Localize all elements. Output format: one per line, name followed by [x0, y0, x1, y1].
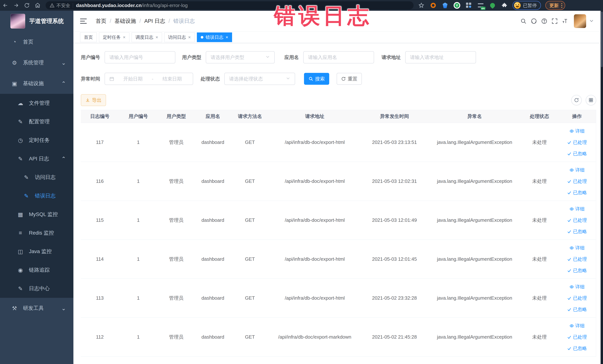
- tab-错误日志[interactable]: 错误日志×: [197, 33, 232, 42]
- app-logo-row[interactable]: 芋道管理系统: [0, 11, 73, 32]
- tab-首页[interactable]: 首页: [80, 33, 97, 42]
- user-type-select[interactable]: 请选择用户类型: [206, 51, 275, 63]
- browser-profile-chip[interactable]: 已暂停: [512, 1, 541, 10]
- sidebar-item[interactable]: ≡Redis 监控: [0, 224, 73, 242]
- browser-actions: V on 已暂停 更新: [418, 1, 565, 10]
- fullscreen-icon[interactable]: [549, 16, 560, 26]
- column-settings-button[interactable]: [586, 95, 596, 105]
- close-icon[interactable]: ×: [226, 35, 228, 39]
- scrollbar-thumb[interactable]: [601, 12, 603, 67]
- sidebar-item[interactable]: ⚙系统管理⌄: [0, 52, 73, 73]
- action-已忽略[interactable]: 已忽略: [567, 189, 587, 196]
- action-已处理[interactable]: 已处理: [567, 139, 587, 145]
- home-icon[interactable]: [32, 0, 43, 11]
- cell-url: /api/infra/db-doc/export-html: [269, 256, 361, 262]
- action-已处理[interactable]: 已处理: [567, 178, 587, 184]
- browser-update-button[interactable]: 更新: [545, 1, 565, 10]
- reload-icon[interactable]: [22, 0, 32, 11]
- sidebar-item[interactable]: ✎访问日志: [0, 168, 73, 187]
- kebab-menu-icon[interactable]: [561, 3, 562, 8]
- search-button-label: 搜索: [315, 76, 325, 82]
- action-已处理[interactable]: 已处理: [567, 256, 587, 262]
- action-已忽略[interactable]: 已忽略: [567, 228, 587, 235]
- eye-icon: [569, 246, 574, 250]
- extension-icon-sprout[interactable]: [489, 2, 496, 9]
- action-label: 详细: [575, 206, 585, 212]
- cell-id: 112: [81, 334, 119, 340]
- exception-time-range-picker[interactable]: 开始日期 - 结束日期: [104, 73, 193, 85]
- breadcrumb-item[interactable]: 基础设施: [115, 17, 136, 25]
- sidebar-item[interactable]: ▦MySQL 监控: [0, 205, 73, 224]
- reset-button[interactable]: 重置: [337, 73, 362, 85]
- page-scrollbar[interactable]: [601, 11, 603, 364]
- action-已处理[interactable]: 已处理: [567, 334, 587, 340]
- action-已处理[interactable]: 已处理: [567, 295, 587, 301]
- back-icon[interactable]: [0, 0, 11, 11]
- extensions-puzzle-icon[interactable]: [501, 2, 508, 9]
- action-详细[interactable]: 详细: [569, 167, 585, 173]
- url-path[interactable]: /infra/log/api-error-log: [142, 3, 188, 8]
- cell-exception: java.lang.IllegalArgumentException: [428, 334, 521, 340]
- font-size-icon[interactable]: [560, 16, 570, 26]
- sidebar-item[interactable]: ◔首页: [0, 32, 73, 52]
- sidebar-item[interactable]: ◷定时任务: [0, 131, 73, 150]
- export-button[interactable]: 导出: [81, 94, 106, 106]
- forward-icon[interactable]: [11, 0, 22, 11]
- sidebar-item[interactable]: ◫Java 监控: [0, 242, 73, 261]
- action-已忽略[interactable]: 已忽略: [567, 151, 587, 157]
- action-已忽略[interactable]: 已忽略: [567, 267, 587, 273]
- sidebar-item[interactable]: ✎配置管理: [0, 112, 73, 131]
- url-host[interactable]: dashboard.yudao.iocoder.cn: [76, 3, 142, 8]
- sidebar-item[interactable]: ◉链路追踪: [0, 261, 73, 279]
- cell-exception: java.lang.IllegalArgumentException: [428, 178, 521, 184]
- action-详细[interactable]: 详细: [569, 128, 585, 134]
- tab-定时任务[interactable]: 定时任务×: [99, 33, 129, 42]
- user-id-input[interactable]: 请输入用户编号: [104, 51, 175, 63]
- app-name-input[interactable]: 请输入应用名: [303, 51, 374, 63]
- sidebar-item-label: 系统管理: [23, 59, 44, 66]
- breadcrumb-item[interactable]: 首页: [96, 17, 106, 25]
- search-button[interactable]: 搜索: [304, 73, 329, 85]
- close-icon[interactable]: ×: [188, 35, 191, 39]
- sidebar-item[interactable]: ▣基础设施⌃: [0, 73, 73, 94]
- action-label: 已处理: [573, 178, 587, 184]
- action-详细[interactable]: 详细: [569, 206, 585, 212]
- sidebar-item[interactable]: ⚒研发工具⌄: [0, 298, 73, 318]
- end-date-placeholder[interactable]: 结束日期: [156, 76, 188, 82]
- process-status-select[interactable]: 请选择处理状态: [224, 73, 295, 85]
- tab-访问日志[interactable]: 访问日志×: [164, 33, 195, 42]
- hamburger-icon[interactable]: [80, 17, 88, 25]
- bookmark-star-icon[interactable]: [418, 2, 425, 9]
- start-date-placeholder[interactable]: 开始日期: [117, 76, 149, 82]
- cell-app-name: dashboard: [195, 178, 231, 184]
- chevron-down-icon[interactable]: [589, 18, 594, 24]
- action-已处理[interactable]: 已处理: [567, 217, 587, 223]
- security-label[interactable]: 不安全: [56, 2, 70, 9]
- close-icon[interactable]: ×: [156, 35, 158, 39]
- breadcrumb-item[interactable]: API 日志: [144, 17, 165, 25]
- tab-调度日志[interactable]: 调度日志×: [132, 33, 162, 42]
- help-icon[interactable]: [539, 16, 549, 26]
- action-label: 已处理: [573, 256, 587, 262]
- extension-icon-switch[interactable]: on: [477, 2, 484, 9]
- extension-icon-ring[interactable]: [429, 2, 437, 9]
- github-icon[interactable]: [529, 16, 539, 26]
- action-已忽略[interactable]: 已忽略: [567, 345, 587, 351]
- sidebar-item[interactable]: ✎日志中心: [0, 279, 73, 298]
- refresh-table-button[interactable]: [571, 95, 582, 105]
- cell-status: 未处理: [521, 139, 558, 146]
- sidebar-item[interactable]: ☁文件管理: [0, 94, 73, 112]
- sidebar-item[interactable]: ✎API 日志⌃: [0, 150, 73, 168]
- user-avatar[interactable]: [574, 14, 586, 28]
- extension-icon-shield[interactable]: [441, 2, 449, 9]
- sidebar-item[interactable]: ✎错误日志: [0, 187, 73, 205]
- extension-icon-grid[interactable]: [465, 2, 473, 9]
- action-详细[interactable]: 详细: [569, 245, 585, 251]
- search-icon[interactable]: [518, 16, 529, 26]
- close-icon[interactable]: ×: [123, 35, 126, 39]
- action-已忽略[interactable]: 已忽略: [567, 306, 587, 312]
- request-url-input[interactable]: 请输入请求地址: [405, 51, 476, 63]
- extension-icon-green-v[interactable]: V: [453, 2, 461, 9]
- action-详细[interactable]: 详细: [569, 284, 585, 290]
- action-详细[interactable]: 详细: [569, 323, 585, 329]
